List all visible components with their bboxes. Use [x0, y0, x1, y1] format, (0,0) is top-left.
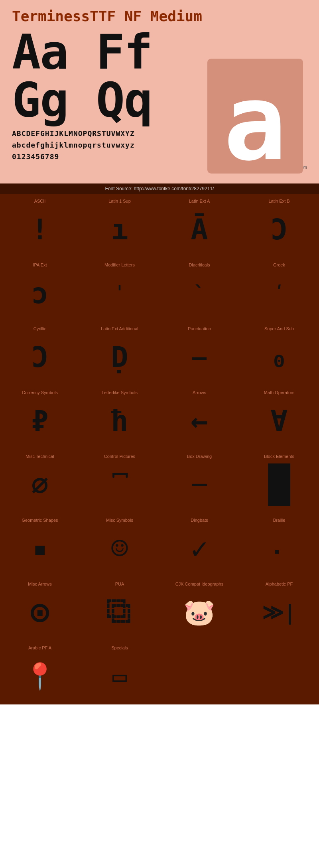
char-label: Dingbats: [191, 518, 208, 523]
char-label: Cyrillic: [33, 326, 46, 332]
char-cell: ASCII!: [0, 194, 80, 258]
char-label: Latin Ext Additional: [101, 326, 138, 332]
char-label: Punctuation: [188, 326, 211, 332]
char-cell: IPA Extɔ: [0, 258, 80, 322]
char-symbol: Ḍ: [83, 336, 156, 378]
char-symbol: ✓: [163, 527, 236, 570]
char-cell: Braille⠄: [239, 513, 319, 577]
char-cell: Misc Technical∅: [0, 449, 80, 513]
char-label: Latin 1 Sup: [108, 199, 131, 204]
char-symbol: `: [163, 272, 236, 314]
char-label: Box Drawing: [187, 454, 212, 460]
char-symbol: ∅: [3, 464, 77, 506]
svg-text:a: a: [224, 61, 287, 176]
char-symbol: Ɔ: [3, 336, 77, 378]
char-cell: Geometric Shapes◾: [0, 513, 80, 577]
char-label: Misc Arrows: [28, 582, 51, 587]
char-label: Diacriticals: [189, 262, 210, 268]
char-label: Super And Sub: [264, 326, 294, 332]
char-symbol: ⠄: [242, 527, 316, 570]
char-symbol: ◾: [3, 527, 77, 570]
char-symbol: ₽: [3, 400, 77, 442]
char-symbol: ɔ: [3, 272, 77, 314]
char-symbol: ₀: [242, 336, 316, 378]
char-symbol: ħ: [83, 400, 156, 442]
char-cell: CJK Compat Ideographs🐷: [160, 577, 239, 641]
char-cell: Dingbats✓: [160, 513, 239, 577]
char-cell: Latin 1 Supı: [80, 194, 160, 258]
char-symbol: ⊙: [3, 591, 77, 633]
char-cell: Latin Ext AdditionalḌ: [80, 322, 160, 385]
char-cell: Arrows←: [160, 385, 239, 449]
char-label: Arrows: [193, 390, 206, 396]
dark-section: Font Source: http://www.fontke.com/font/…: [0, 183, 319, 704]
char-label: Control Pictures: [104, 454, 135, 460]
char-label: Letterlike Symbols: [102, 390, 138, 396]
char-cell: Box Drawing─: [160, 449, 239, 513]
char-label: Currency Symbols: [22, 390, 58, 396]
char-cell: PUA⿻: [80, 577, 160, 641]
char-symbol: ☺: [83, 527, 156, 570]
char-symbol: █: [242, 464, 316, 506]
char-symbol: ←: [163, 400, 236, 442]
char-label: Latin Ext B: [268, 199, 289, 204]
char-symbol: ─: [163, 464, 236, 506]
char-label: Latin Ext A: [189, 199, 210, 204]
char-label: Greek: [273, 262, 285, 268]
char-label: Braille: [273, 518, 286, 523]
char-symbol: ▭: [83, 655, 156, 697]
char-symbol: ⿻: [83, 591, 156, 633]
char-cell: Block Elements█: [239, 449, 319, 513]
char-cell: Punctuation—: [160, 322, 239, 385]
char-label: Arabic PF A: [28, 645, 51, 651]
char-symbol: 🐷: [163, 591, 236, 633]
char-label: Modifier Letters: [104, 262, 135, 268]
char-symbol: Ɔ: [242, 208, 316, 251]
char-cell: Latin Ext BƆ: [239, 194, 319, 258]
char-label: Specials: [111, 645, 128, 651]
char-cell: Math Operators∀: [239, 385, 319, 449]
char-label: Alphabetic PF: [266, 582, 293, 587]
char-cell: CyrillicƆ: [0, 322, 80, 385]
font-title: TerminessTTF NF Medium: [12, 8, 307, 24]
char-cell: Currency Symbols₽: [0, 385, 80, 449]
char-label: Block Elements: [264, 454, 294, 460]
char-symbol: ∀: [242, 400, 316, 442]
char-label: Misc Technical: [26, 454, 54, 460]
char-cell: Greekʹ: [239, 258, 319, 322]
char-symbol: —: [163, 336, 236, 378]
char-symbol: !: [3, 208, 77, 251]
char-label: Geometric Shapes: [22, 518, 58, 523]
char-symbol: ≫|: [242, 591, 316, 633]
char-cell: Specials▭: [80, 641, 160, 704]
big-a-watermark: a: [203, 52, 307, 180]
char-symbol: 📍: [3, 655, 77, 697]
char-cell: Misc Arrows⊙: [0, 577, 80, 641]
char-cell: Misc Symbols☺: [80, 513, 160, 577]
char-grid: ASCII!Latin 1 SupıLatin Ext AĀLatin Ext …: [0, 194, 319, 704]
char-label: PUA: [115, 582, 124, 587]
char-cell: Letterlike Symbolsħ: [80, 385, 160, 449]
char-symbol: Ā: [163, 208, 236, 251]
font-source-bar: Font Source: http://www.fontke.com/font/…: [0, 183, 319, 194]
char-cell: Modifier Lettersˈ: [80, 258, 160, 322]
char-cell: Super And Sub₀: [239, 322, 319, 385]
char-label: Math Operators: [264, 390, 294, 396]
char-cell: Arabic PF A📍: [0, 641, 80, 704]
char-cell: Alphabetic PF≫|: [239, 577, 319, 641]
char-symbol: ʹ: [242, 272, 316, 314]
char-cell: Latin Ext AĀ: [160, 194, 239, 258]
char-label: IPA Ext: [33, 262, 47, 268]
char-symbol: ˈ: [83, 272, 156, 314]
char-cell: Control Pictures⎴: [80, 449, 160, 513]
char-symbol: ı: [83, 208, 156, 251]
char-cell: Diacriticals`: [160, 258, 239, 322]
char-label: CJK Compat Ideographs: [175, 582, 223, 587]
header-section: TerminessTTF NF Medium Aa Ff Gg Qq a ABC…: [0, 0, 319, 183]
char-label: Misc Symbols: [106, 518, 133, 523]
char-symbol: ⎴: [83, 464, 156, 506]
char-label: ASCII: [34, 199, 46, 204]
